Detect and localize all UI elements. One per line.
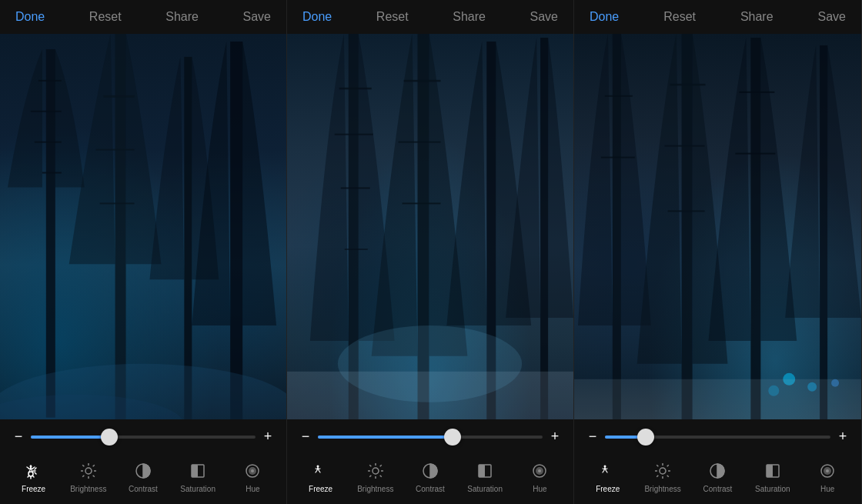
slider-fill-1: [31, 436, 109, 439]
done-button-1[interactable]: Done: [15, 10, 45, 24]
reset-button-1[interactable]: Reset: [89, 10, 122, 24]
freeze-icon-1: [23, 460, 45, 482]
contrast-label-3: Contrast: [703, 485, 733, 493]
svg-line-84: [667, 465, 669, 466]
svg-rect-5: [115, 34, 126, 419]
save-button-2[interactable]: Save: [530, 10, 558, 24]
hue-label-2: Hue: [533, 485, 546, 493]
svg-rect-34: [345, 249, 368, 249]
done-button-3[interactable]: Done: [590, 10, 619, 24]
slider-row-1: − +: [0, 419, 286, 454]
svg-rect-60: [605, 95, 633, 97]
hue-label-3: Hue: [820, 485, 834, 493]
freeze-label-1: Freeze: [22, 485, 45, 493]
svg-line-50: [379, 476, 381, 477]
svg-point-76: [660, 468, 666, 474]
slider-track-3[interactable]: [605, 436, 830, 439]
tool-contrast-1[interactable]: Contrast: [123, 460, 163, 493]
tool-hue-3[interactable]: Hue: [807, 460, 847, 493]
contrast-icon-2: [419, 460, 441, 482]
svg-rect-4: [42, 172, 62, 174]
svg-point-71: [807, 382, 817, 392]
reset-button-2[interactable]: Reset: [376, 10, 409, 24]
slider-plus-1[interactable]: +: [262, 429, 274, 445]
hue-icon-1: [242, 460, 263, 482]
svg-line-51: [369, 476, 371, 477]
tool-saturation-2[interactable]: Saturation: [465, 460, 505, 493]
svg-line-49: [369, 465, 371, 466]
slider-plus-2[interactable]: +: [549, 429, 561, 445]
svg-rect-31: [339, 88, 372, 89]
svg-rect-66: [750, 38, 760, 419]
svg-point-44: [373, 468, 379, 474]
svg-rect-6: [104, 95, 135, 98]
bottom-controls-1: − + Fr: [0, 419, 286, 504]
tool-saturation-3[interactable]: Saturation: [753, 460, 793, 493]
slider-track-1[interactable]: [31, 436, 256, 439]
share-button-1[interactable]: Share: [165, 10, 199, 24]
tree-overlay-2: [287, 34, 573, 419]
svg-rect-0: [46, 49, 55, 418]
toolbar-2: Done Reset Share Save: [287, 0, 573, 34]
svg-rect-33: [341, 187, 370, 189]
tool-contrast-2[interactable]: Contrast: [410, 460, 450, 493]
save-button-3[interactable]: Save: [818, 10, 846, 24]
photo-3: [574, 34, 861, 419]
tool-brightness-1[interactable]: Brightness: [68, 460, 109, 493]
freeze-icon-3: [597, 460, 619, 482]
tool-freeze-2[interactable]: Freeze: [301, 460, 341, 493]
tools-row-2: Freeze Brightness: [287, 454, 573, 504]
slider-thumb-3[interactable]: [637, 429, 654, 446]
svg-point-42: [338, 325, 522, 402]
tools-row-3: Freeze Brightness: [574, 454, 861, 504]
tool-hue-1[interactable]: Hue: [232, 460, 272, 493]
image-area-3: [574, 34, 861, 419]
tool-contrast-3[interactable]: Contrast: [697, 460, 737, 493]
slider-minus-2[interactable]: −: [299, 429, 312, 445]
hue-label-1: Hue: [246, 485, 259, 493]
svg-rect-55: [479, 465, 485, 477]
bottom-controls-3: − + Freeze: [574, 419, 861, 504]
tool-brightness-3[interactable]: Brightness: [643, 460, 683, 493]
tool-brightness-2[interactable]: Brightness: [356, 460, 396, 493]
svg-rect-9: [184, 57, 192, 419]
svg-rect-2: [31, 111, 62, 112]
image-area-1: [0, 34, 286, 419]
slider-minus-3[interactable]: −: [586, 429, 599, 445]
image-area-2: [287, 34, 573, 419]
slider-fill-2: [318, 436, 453, 439]
tool-freeze-3[interactable]: Freeze: [588, 460, 628, 493]
slider-thumb-2[interactable]: [444, 429, 461, 446]
done-button-2[interactable]: Done: [302, 10, 332, 24]
svg-rect-61: [601, 157, 635, 159]
share-button-2[interactable]: Share: [453, 10, 486, 24]
svg-point-90: [826, 469, 829, 472]
svg-line-20: [82, 465, 84, 466]
svg-point-72: [831, 379, 839, 387]
svg-point-11: [0, 364, 286, 419]
tool-saturation-1[interactable]: Saturation: [178, 460, 218, 493]
tool-hue-2[interactable]: Hue: [520, 460, 560, 493]
svg-rect-26: [192, 465, 198, 477]
svg-rect-37: [399, 142, 441, 143]
brightness-icon-3: [652, 460, 673, 482]
brightness-label-3: Brightness: [644, 485, 680, 493]
save-button-1[interactable]: Save: [243, 10, 271, 24]
tree-overlay-3: [574, 34, 861, 419]
toolbar-3: Done Reset Share Save: [574, 0, 861, 34]
slider-plus-3[interactable]: +: [837, 429, 849, 445]
svg-rect-3: [35, 142, 62, 143]
contrast-label-1: Contrast: [129, 485, 158, 493]
bottom-controls-2: − + Freeze: [287, 419, 573, 504]
reset-button-3[interactable]: Reset: [663, 10, 696, 24]
tool-freeze-1[interactable]: Freeze: [14, 460, 54, 493]
slider-thumb-1[interactable]: [101, 429, 118, 446]
saturation-icon-1: [187, 460, 209, 482]
svg-point-15: [85, 468, 92, 474]
saturation-label-2: Saturation: [467, 485, 503, 493]
share-button-3[interactable]: Share: [740, 10, 773, 24]
brightness-label-2: Brightness: [357, 485, 393, 493]
panel-3: Done Reset Share Save: [574, 0, 862, 504]
slider-track-2[interactable]: [318, 436, 543, 439]
slider-minus-1[interactable]: −: [12, 429, 25, 445]
